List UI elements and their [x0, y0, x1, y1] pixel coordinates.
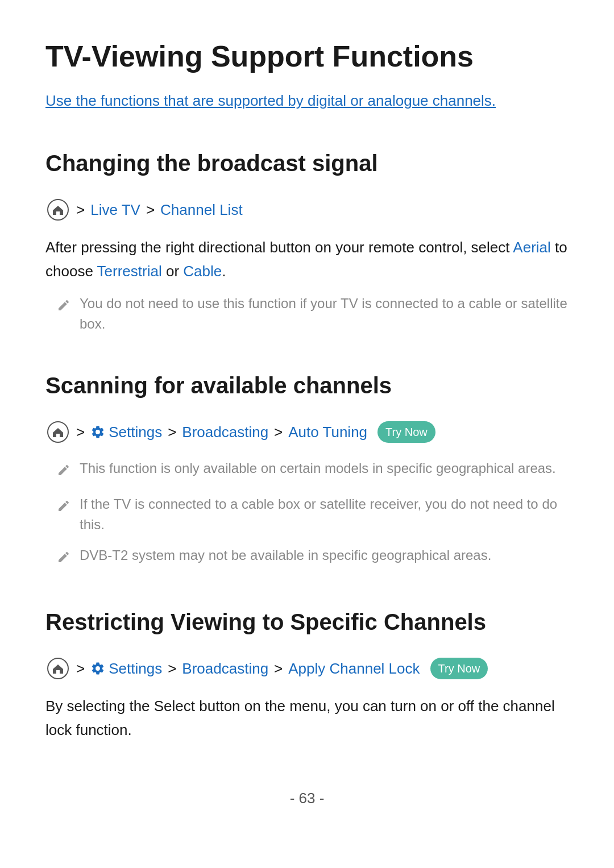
try-now-badge-2[interactable]: Try Now [430, 658, 488, 679]
nav-chevron-8: > [274, 658, 283, 680]
page-number: - 63 - [45, 787, 569, 809]
home-icon [45, 197, 70, 222]
nav-chevron-1: > [76, 199, 85, 221]
nav-chevron-7: > [168, 658, 176, 680]
section-broadcast-signal: Changing the broadcast signal > Live TV … [45, 146, 569, 334]
page-title: TV-Viewing Support Functions [45, 34, 569, 78]
section-title-restricting: Restricting Viewing to Specific Channels [45, 605, 569, 639]
scanning-note-text-3: DVB-T2 system may not be available in sp… [80, 545, 491, 566]
section-scanning: Scanning for available channels > Settin… [45, 368, 569, 571]
scanning-note-text-2: If the TV is connected to a cable box or… [80, 494, 569, 535]
nav-settings-1[interactable]: Settings [90, 421, 162, 443]
nav-chevron-5: > [274, 421, 283, 443]
pencil-icon-2 [57, 460, 70, 484]
scanning-note-3: DVB-T2 system may not be available in sp… [45, 545, 569, 571]
nav-chevron-2: > [146, 199, 155, 221]
nav-path-broadcast: > Live TV > Channel List [45, 197, 569, 222]
nav-chevron-3: > [76, 421, 85, 443]
pencil-icon-1 [57, 295, 70, 319]
nav-channel-list[interactable]: Channel List [160, 199, 243, 221]
nav-auto-tuning[interactable]: Auto Tuning [288, 421, 367, 443]
restricting-body-text: By selecting the Select button on the me… [45, 695, 569, 742]
link-cable[interactable]: Cable [183, 263, 222, 280]
scanning-note-1: This function is only available on certa… [45, 458, 569, 484]
link-aerial[interactable]: Aerial [513, 239, 550, 256]
home-icon-3 [45, 656, 70, 681]
nav-settings-2[interactable]: Settings [90, 658, 162, 680]
gear-icon-2 [90, 661, 105, 676]
nav-path-restricting: > Settings > Broadcasting > Apply Channe… [45, 656, 569, 681]
page-subtitle: Use the functions that are supported by … [45, 90, 569, 112]
broadcast-body-text: After pressing the right directional but… [45, 236, 569, 283]
nav-live-tv[interactable]: Live TV [90, 199, 140, 221]
section-restricting: Restricting Viewing to Specific Channels… [45, 605, 569, 742]
nav-chevron-6: > [76, 658, 85, 680]
nav-apply-channel-lock[interactable]: Apply Channel Lock [288, 658, 420, 680]
nav-chevron-4: > [168, 421, 176, 443]
broadcast-note: You do not need to use this function if … [45, 293, 569, 334]
broadcast-note-text: You do not need to use this function if … [80, 293, 569, 334]
nav-broadcasting-2[interactable]: Broadcasting [182, 658, 268, 680]
nav-broadcasting-1[interactable]: Broadcasting [182, 421, 268, 443]
gear-icon-1 [90, 425, 105, 439]
pencil-icon-4 [57, 547, 70, 571]
section-title-scanning: Scanning for available channels [45, 368, 569, 402]
scanning-note-text-1: This function is only available on certa… [80, 458, 556, 479]
home-icon-2 [45, 420, 70, 445]
scanning-note-2: If the TV is connected to a cable box or… [45, 494, 569, 535]
link-terrestrial[interactable]: Terrestrial [97, 263, 162, 280]
nav-path-scanning: > Settings > Broadcasting > Auto Tuning … [45, 420, 569, 445]
section-title-broadcast: Changing the broadcast signal [45, 146, 569, 180]
try-now-badge-1[interactable]: Try Now [377, 421, 435, 443]
pencil-icon-3 [57, 496, 70, 520]
